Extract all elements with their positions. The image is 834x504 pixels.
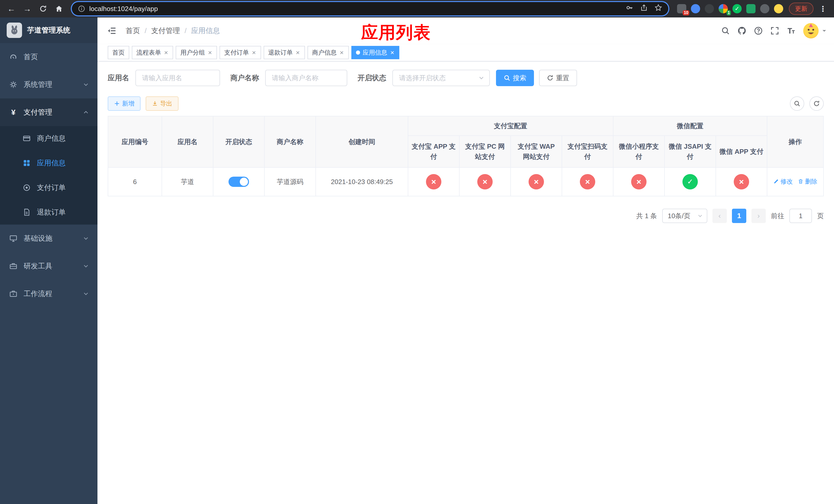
tab-home[interactable]: 首页 [108, 46, 129, 59]
browser-reload-icon[interactable] [37, 3, 49, 15]
refresh-table-button[interactable] [809, 96, 824, 111]
extension-icon-3[interactable] [705, 4, 714, 13]
browser-home-icon[interactable] [53, 3, 65, 15]
sidebar-item-label: 工作流程 [24, 289, 52, 299]
col-header-merchant: 商户名称 [264, 116, 316, 167]
top-navbar: 首页 / 支付管理 / 应用信息 [97, 18, 834, 44]
chevron-down-icon [83, 291, 89, 297]
extension-icon-5[interactable]: ✓ [732, 4, 742, 13]
page-size-select[interactable]: 10条/页 [662, 209, 707, 223]
extension-icon-1[interactable]: 10 [677, 4, 686, 13]
avatar-image [803, 23, 819, 39]
fullscreen-icon[interactable] [770, 26, 779, 35]
yen-icon: ¥ [9, 108, 18, 117]
sidebar-fold-icon[interactable] [105, 24, 118, 38]
extension-icon-7[interactable] [760, 4, 769, 13]
apps-table: 应用编号 应用名 开启状态 商户名称 创建时间 支付宝配置 微信配置 操作 支付… [108, 116, 824, 197]
sidebar-item-infra[interactable]: 基础设施 [0, 225, 97, 252]
extension-icon-4[interactable]: 1 [719, 4, 728, 13]
toolbox-icon [9, 262, 18, 270]
breadcrumb: 首页 / 支付管理 / 应用信息 [126, 26, 220, 36]
sidebar-item-devtools[interactable]: 研发工具 [0, 252, 97, 280]
total-count: 共 1 条 [636, 211, 657, 221]
tab-user-group[interactable]: 用户分组 × [176, 46, 217, 59]
tab-pay-order[interactable]: 支付订单 × [220, 46, 261, 59]
browser-update-button[interactable]: 更新 [789, 3, 813, 15]
tab-close-icon[interactable]: × [390, 49, 395, 56]
sidebar-item-home[interactable]: 首页 [0, 43, 97, 71]
breadcrumb-home[interactable]: 首页 [126, 26, 140, 36]
extension-badge: 10 [683, 10, 689, 15]
sidebar-item-app-info[interactable]: 应用信息 [0, 151, 97, 175]
sidebar-item-label: 支付订单 [37, 183, 66, 192]
tab-close-icon[interactable]: × [339, 49, 344, 56]
bookmark-star-icon[interactable] [655, 4, 662, 14]
alipay-app-status-icon [426, 174, 441, 189]
site-info-icon[interactable] [78, 5, 85, 12]
header-search-icon[interactable] [721, 26, 730, 35]
delete-button[interactable]: 删除 [798, 177, 817, 186]
extension-icon-6[interactable] [746, 4, 755, 13]
extension-icon-2[interactable] [691, 4, 700, 13]
sidebar-item-pay-order[interactable]: 支付订单 [0, 175, 97, 200]
status-select[interactable]: 请选择开启状态 [392, 70, 490, 86]
merchant-name-label: 商户名称 [230, 73, 259, 83]
tab-close-icon[interactable]: × [163, 49, 169, 56]
sidebar-item-label: 基础设施 [24, 233, 52, 243]
browser-forward-icon[interactable]: → [21, 3, 33, 15]
payment-submenu: 商户信息 应用信息 支付订单 [0, 126, 97, 225]
monitor-icon [9, 234, 18, 243]
filter-form: 应用名 商户名称 开启状态 请选择开启状态 搜索 [108, 70, 824, 86]
app-logo[interactable]: 芋道管理系统 [0, 18, 97, 43]
tab-merchant-info[interactable]: 商户信息 × [307, 46, 349, 59]
status-switch[interactable] [228, 177, 249, 187]
sidebar-item-payment[interactable]: ¥ 支付管理 [0, 98, 97, 126]
add-button[interactable]: 新增 [108, 96, 140, 111]
sidebar-item-system[interactable]: 系统管理 [0, 71, 97, 98]
tab-close-icon[interactable]: × [295, 49, 300, 56]
merchant-name-input[interactable] [265, 70, 347, 86]
tab-close-icon[interactable]: × [251, 49, 256, 56]
font-size-icon[interactable] [787, 26, 795, 35]
edit-button[interactable]: 修改 [773, 177, 793, 186]
tab-refund-order[interactable]: 退款订单 × [264, 46, 305, 59]
col-header-wx-jsapi: 微信 JSAPI 支付 [664, 136, 716, 167]
github-icon[interactable] [738, 26, 746, 35]
logo-image [7, 23, 22, 38]
user-avatar[interactable] [803, 23, 827, 39]
screen: ← → localhost:1024/pay/app [0, 0, 834, 504]
app-name-input[interactable] [135, 70, 220, 86]
tab-close-icon[interactable]: × [207, 49, 212, 56]
sidebar-item-refund-order[interactable]: 退款订单 [0, 200, 97, 225]
share-icon[interactable] [640, 4, 648, 14]
password-key-icon[interactable] [626, 4, 633, 14]
pagination: 共 1 条 10条/页 ‹ 1 › 前往 页 [108, 209, 824, 223]
search-icon [504, 75, 510, 81]
sidebar: 芋道管理系统 首页 系统管理 ¥ 支付管理 [0, 18, 97, 504]
cell-created-at: 2021-10-23 08:49:25 [316, 167, 408, 196]
export-button[interactable]: 导出 [146, 96, 178, 111]
browser-address-bar[interactable]: localhost:1024/pay/app [72, 2, 668, 15]
col-header-name: 应用名 [162, 116, 213, 167]
reset-button[interactable]: 重置 [539, 70, 577, 86]
search-button[interactable]: 搜索 [496, 70, 534, 86]
tab-process-form[interactable]: 流程表单 × [132, 46, 173, 59]
prev-page-button[interactable]: ‹ [712, 209, 727, 223]
profile-avatar-icon[interactable] [774, 4, 783, 13]
breadcrumb-section[interactable]: 支付管理 [151, 26, 180, 36]
help-icon[interactable] [754, 26, 763, 35]
sidebar-item-workflow[interactable]: 工作流程 [0, 280, 97, 307]
col-header-wx-app: 微信 APP 支付 [716, 136, 767, 167]
browser-menu-icon[interactable]: ⋮ [817, 4, 829, 13]
app-name-label: 应用名 [108, 73, 129, 83]
edit-icon [773, 179, 779, 184]
tab-app-info[interactable]: 应用信息 × [351, 46, 399, 59]
next-page-button[interactable]: › [751, 209, 766, 223]
toggle-search-button[interactable] [790, 96, 804, 111]
browser-back-icon[interactable]: ← [5, 3, 18, 15]
app-title: 芋道管理系统 [27, 25, 70, 35]
sidebar-item-merchant-info[interactable]: 商户信息 [0, 126, 97, 151]
document-icon [22, 208, 31, 216]
page-button-1[interactable]: 1 [732, 209, 746, 223]
goto-page-input[interactable] [789, 209, 812, 223]
